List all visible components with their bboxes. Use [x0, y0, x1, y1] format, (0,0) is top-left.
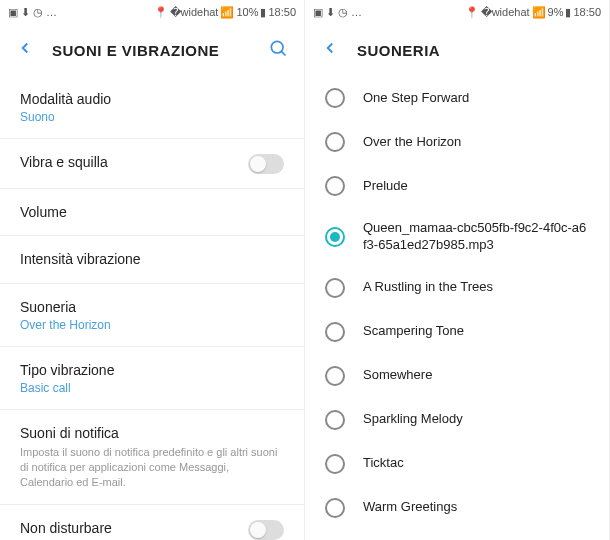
- battery-icon: ▮: [260, 6, 266, 19]
- signal-icon: 📶: [220, 6, 234, 19]
- ringtone-option[interactable]: Prelude: [305, 164, 609, 208]
- wifi-icon: �widehat: [481, 6, 530, 19]
- svg-line-1: [281, 51, 285, 55]
- ringtone-option[interactable]: Ticktac: [305, 442, 609, 486]
- setting-label: Intensità vibrazione: [20, 250, 284, 268]
- setting-notification-sounds[interactable]: Suoni di notifica Imposta il suono di no…: [0, 410, 304, 505]
- signal-icon: 📶: [532, 6, 546, 19]
- setting-value: Over the Horizon: [20, 318, 284, 332]
- location-icon: 📍: [465, 6, 479, 19]
- ringtone-label: Somewhere: [363, 367, 432, 384]
- setting-desc: Imposta il suono di notifica predefinito…: [20, 445, 284, 490]
- image-icon: ▣: [313, 6, 323, 19]
- wifi-icon: �widehat: [170, 6, 219, 19]
- radio-icon[interactable]: [325, 322, 345, 342]
- ringtone-option[interactable]: Somewhere: [305, 354, 609, 398]
- ringtone-option[interactable]: A Rustling in the Trees: [305, 266, 609, 310]
- ringtone-option[interactable]: Scampering Tone: [305, 310, 609, 354]
- battery-percent: 9%: [548, 6, 564, 18]
- add-from-storage[interactable]: Aggiungi da memoria dispos.: [305, 530, 609, 540]
- ringtone-label: Queen_mamaa-cbc505fb-f9c2-4f0c-a6f3-65a1…: [363, 220, 589, 254]
- more-icon: …: [351, 6, 362, 18]
- back-icon[interactable]: [16, 39, 34, 61]
- ringtone-label: Over the Horizon: [363, 134, 461, 151]
- settings-screen-ringtone: ▣ ⬇ ◷ … 📍 �widehat 📶 9% ▮ 18:50 SUONERIA…: [305, 0, 610, 540]
- setting-volume[interactable]: Volume: [0, 189, 304, 236]
- setting-label: Vibra e squilla: [20, 153, 236, 171]
- clock-icon: ◷: [338, 6, 348, 19]
- status-bar: ▣ ⬇ ◷ … 📍 �widehat 📶 10% ▮ 18:50: [0, 0, 304, 24]
- radio-icon[interactable]: [325, 176, 345, 196]
- download-icon: ⬇: [326, 6, 335, 19]
- radio-icon[interactable]: [325, 132, 345, 152]
- page-title: SUONERIA: [357, 42, 593, 59]
- setting-audio-mode[interactable]: Modalità audio Suono: [0, 76, 304, 139]
- download-icon: ⬇: [21, 6, 30, 19]
- status-time: 18:50: [573, 6, 601, 18]
- ringtone-label: Ticktac: [363, 455, 404, 472]
- setting-ringtone[interactable]: Suoneria Over the Horizon: [0, 284, 304, 347]
- location-icon: 📍: [154, 6, 168, 19]
- status-time: 18:50: [268, 6, 296, 18]
- battery-icon: ▮: [565, 6, 571, 19]
- clock-icon: ◷: [33, 6, 43, 19]
- more-icon: …: [46, 6, 57, 18]
- ringtone-option[interactable]: One Step Forward: [305, 76, 609, 120]
- ringtone-label: Prelude: [363, 178, 408, 195]
- svg-point-0: [271, 41, 283, 53]
- setting-label: Non disturbare: [20, 519, 236, 537]
- radio-icon[interactable]: [325, 278, 345, 298]
- setting-label: Volume: [20, 203, 284, 221]
- radio-icon[interactable]: [325, 227, 345, 247]
- toggle-switch[interactable]: [248, 154, 284, 174]
- ringtone-label: Sparkling Melody: [363, 411, 463, 428]
- header: SUONERIA: [305, 24, 609, 76]
- setting-label: Tipo vibrazione: [20, 361, 284, 379]
- settings-screen-sounds: ▣ ⬇ ◷ … 📍 �widehat 📶 10% ▮ 18:50 SUONI E…: [0, 0, 305, 540]
- setting-label: Suoni di notifica: [20, 424, 284, 442]
- header: SUONI E VIBRAZIONE: [0, 24, 304, 76]
- setting-value: Suono: [20, 110, 284, 124]
- ringtone-label: Scampering Tone: [363, 323, 464, 340]
- radio-icon[interactable]: [325, 366, 345, 386]
- radio-icon[interactable]: [325, 498, 345, 518]
- back-icon[interactable]: [321, 39, 339, 61]
- setting-vibrate-ring[interactable]: Vibra e squilla: [0, 139, 304, 189]
- ringtone-option[interactable]: Queen_mamaa-cbc505fb-f9c2-4f0c-a6f3-65a1…: [305, 208, 609, 266]
- page-title: SUONI E VIBRAZIONE: [52, 42, 250, 59]
- radio-icon[interactable]: [325, 410, 345, 430]
- ringtone-option[interactable]: Sparkling Melody: [305, 398, 609, 442]
- ringtone-label: A Rustling in the Trees: [363, 279, 493, 296]
- settings-list[interactable]: Modalità audio Suono Vibra e squilla Vol…: [0, 76, 304, 540]
- ringtone-option[interactable]: Warm Greetings: [305, 486, 609, 530]
- battery-percent: 10%: [236, 6, 258, 18]
- setting-do-not-disturb[interactable]: Non disturbare Disattivate l'audio di tu…: [0, 505, 304, 540]
- status-bar: ▣ ⬇ ◷ … 📍 �widehat 📶 9% ▮ 18:50: [305, 0, 609, 24]
- setting-value: Basic call: [20, 381, 284, 395]
- image-icon: ▣: [8, 6, 18, 19]
- ringtone-label: Warm Greetings: [363, 499, 457, 516]
- search-icon[interactable]: [268, 38, 288, 62]
- setting-label: Suoneria: [20, 298, 284, 316]
- setting-vibration-type[interactable]: Tipo vibrazione Basic call: [0, 347, 304, 410]
- toggle-switch[interactable]: [248, 520, 284, 540]
- ringtone-option[interactable]: Over the Horizon: [305, 120, 609, 164]
- ringtone-label: One Step Forward: [363, 90, 469, 107]
- radio-icon[interactable]: [325, 454, 345, 474]
- ringtone-list[interactable]: One Step ForwardOver the HorizonPreludeQ…: [305, 76, 609, 540]
- setting-vibration-intensity[interactable]: Intensità vibrazione: [0, 236, 304, 283]
- setting-label: Modalità audio: [20, 90, 284, 108]
- radio-icon[interactable]: [325, 88, 345, 108]
